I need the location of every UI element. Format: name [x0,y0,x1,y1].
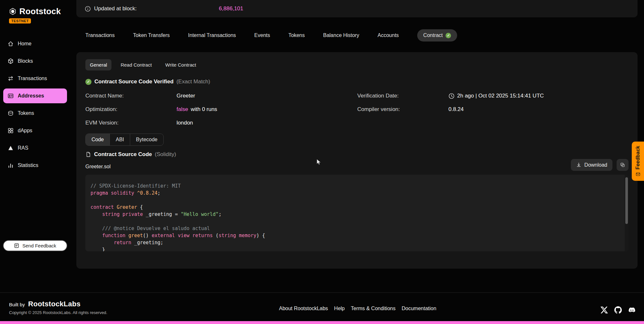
nav-label: dApps [18,128,32,134]
code-tab-abi[interactable]: ABI [110,134,130,145]
block-number-link[interactable]: 6,886,101 [219,5,243,12]
code-actions: Download [571,159,629,171]
send-feedback-label: Send Feedback [22,243,56,248]
source-code-block[interactable]: // SPDX-License-Identifier: MITpragma so… [85,175,629,251]
field-label: Contract Name: [85,93,177,99]
send-feedback-button[interactable]: Send Feedback [3,240,67,251]
updated-at-block-label: Updated at block: [94,5,137,12]
nav-label: Home [18,41,32,47]
tokens-icon [7,110,14,116]
dapps-icon [7,127,14,134]
verification-date-value: 2h ago | Oct 02 2025 15:14:41 UTC [457,93,544,99]
mail-icon [636,172,640,177]
footer-links: About RootstockLabs Help Terms & Conditi… [279,306,436,311]
testnet-badge: TESTNET [9,18,31,23]
field-label: Compiler version: [357,106,448,113]
tab-accounts[interactable]: Accounts [378,32,399,38]
contract-verified-check-icon: ✓ [446,33,451,38]
blocks-icon [7,58,14,64]
tab-transactions[interactable]: Transactions [85,32,115,38]
field-label: Optimization: [85,106,177,113]
field-label: EVM Version: [85,120,177,126]
tab-internal-transactions[interactable]: Internal Transactions [188,32,236,38]
copy-button[interactable] [617,159,629,171]
sidebar-item-statistics[interactable]: Statistics [3,158,67,173]
code-lines: // SPDX-License-Identifier: MITpragma so… [85,175,629,251]
field-value: 0.8.24 [448,106,464,113]
sidebar-item-ras[interactable]: RAS [3,141,67,155]
github-icon[interactable] [614,306,622,314]
footer-link-help[interactable]: Help [334,306,345,311]
code-scrollbar-thumb[interactable] [625,177,628,224]
code-scrollbar[interactable] [625,175,629,251]
field-value: false with 0 runs [177,106,217,113]
source-heading-language: (Solidity) [155,151,176,158]
source-filename: Greeter.sol [85,164,111,170]
field-verification-date: Verification Date: 2h ago | Oct 02 2025 … [357,93,544,99]
footer-link-about[interactable]: About RootstockLabs [279,306,328,311]
subtab-general[interactable]: General [85,59,111,70]
verified-heading: ✓ Contract Source Code Verified (Exact M… [85,79,210,85]
nav-label: Blocks [18,58,33,64]
logo[interactable]: Rootstock TESTNET [0,0,70,23]
rootstock-logo-icon [9,8,16,15]
source-heading-title: Contract Source Code [94,151,152,158]
clock-icon [448,93,455,99]
field-value: Greeter [177,93,195,99]
optimization-runs: with 0 runs [191,106,217,113]
field-contract-name: Contract Name: Greeter [85,93,195,99]
tabs-row: Transactions Token Transfers Internal Tr… [76,29,638,42]
sidebar-item-addresses[interactable]: Addresses [3,88,67,103]
brand-accent-bar [0,321,644,324]
sidebar-item-home[interactable]: Home [3,36,67,51]
nav-label: Addresses [18,93,44,99]
tab-contract[interactable]: Contract ✓ [417,29,457,42]
brand-name: Rootstock [19,6,61,16]
nav-label: Statistics [18,162,38,168]
nav-label: RAS [18,145,28,151]
field-compiler-version: Compiler version: 0.8.24 [357,106,464,113]
field-value: 2h ago | Oct 02 2025 15:14:41 UTC [448,93,544,99]
download-icon [576,162,582,168]
subtab-read-contract[interactable]: Read Contract [116,59,156,70]
field-label: Verification Date: [357,93,448,99]
sidebar-item-transactions[interactable]: Transactions [3,71,67,86]
sidebar-item-tokens[interactable]: Tokens [3,106,67,121]
sidebar-item-blocks[interactable]: Blocks [3,54,67,69]
sidebar-item-dapps[interactable]: dApps [3,123,67,138]
copyright-text: Copyright © 2025 RootstockLabs. All righ… [9,310,107,315]
tab-balance-history[interactable]: Balance History [323,32,359,38]
home-icon [7,41,14,47]
copy-icon [620,162,625,168]
source-code-heading: Contract Source Code (Solidity) [85,151,176,158]
footer-social [601,306,636,314]
updated-at-block-strip: Updated at block: 6,886,101 [76,0,638,17]
x-icon[interactable] [601,306,608,314]
tab-token-transfers[interactable]: Token Transfers [133,32,170,38]
ras-icon [7,145,14,151]
tab-events[interactable]: Events [254,32,270,38]
code-tab-group: Code ABI Bytecode [85,134,164,146]
sidebar-nav: Home Blocks Transactions Addresses Token… [0,36,70,173]
download-button[interactable]: Download [571,159,612,171]
tab-tokens[interactable]: Tokens [288,32,305,38]
contract-panel: General Read Contract Write Contract ✓ C… [76,52,638,269]
footer: Built by RootstockLabs Copyright © 2025 … [0,292,644,321]
code-tab-bytecode[interactable]: Bytecode [130,134,163,145]
subtab-write-contract[interactable]: Write Contract [161,59,201,70]
verified-suffix: (Exact Match) [177,79,210,85]
main-content: Updated at block: 6,886,101 Transactions… [76,0,638,269]
footer-link-documentation[interactable]: Documentation [402,306,437,311]
optimization-false: false [177,106,188,113]
rootstocklabs-wordmark[interactable]: RootstockLabs [28,300,81,308]
verified-title: Contract Source Code Verified [94,79,174,85]
document-icon [85,152,91,157]
feedback-tab[interactable]: Feedback [632,142,644,181]
code-tab-code[interactable]: Code [86,134,110,145]
footer-link-terms[interactable]: Terms & Conditions [351,306,396,311]
transactions-icon [7,75,14,82]
addresses-icon [7,93,14,99]
field-value: london [177,120,193,126]
discord-icon[interactable] [628,306,636,314]
footer-brand: Built by RootstockLabs Copyright © 2025 … [9,300,107,315]
